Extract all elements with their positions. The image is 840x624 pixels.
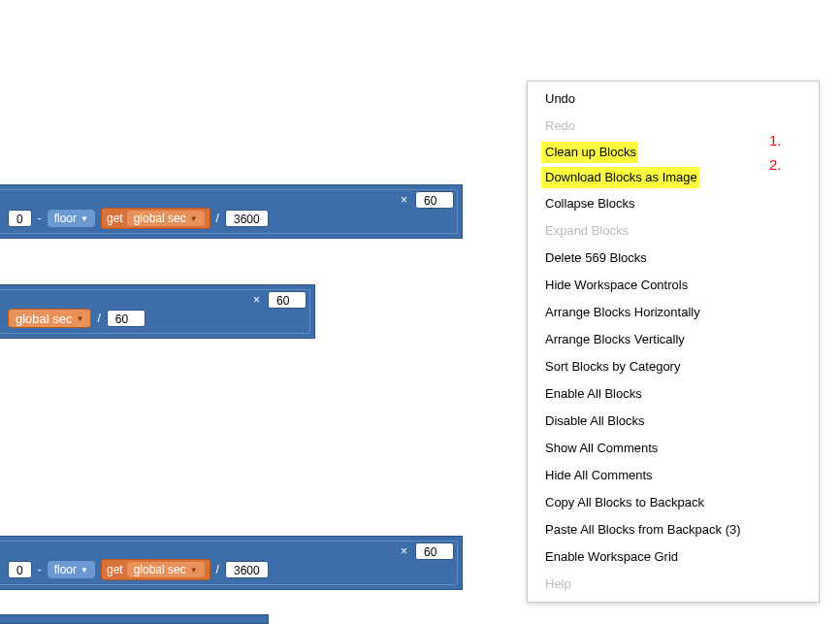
- menu-delete[interactable]: Delete 569 Blocks: [528, 245, 819, 272]
- chevron-down-icon: ▼: [190, 214, 198, 223]
- operator-divide: /: [97, 312, 100, 325]
- operator-divide: /: [216, 563, 219, 576]
- menu-disable-all[interactable]: Disable All Blocks: [528, 408, 819, 435]
- floor-dropdown[interactable]: floor ▼: [48, 561, 95, 578]
- floor-label: floor: [54, 563, 77, 576]
- menu-enable-grid[interactable]: Enable Workspace Grid: [528, 543, 819, 571]
- chevron-down-icon: ▼: [190, 566, 198, 575]
- num-input-60[interactable]: 60: [415, 542, 454, 560]
- menu-collapse[interactable]: Collapse Blocks: [528, 190, 819, 217]
- menu-undo[interactable]: Undo: [528, 85, 819, 113]
- operator-divide: /: [216, 212, 219, 225]
- menu-sort-category[interactable]: Sort Blocks by Category: [528, 353, 819, 380]
- menu-help: Help: [528, 571, 819, 598]
- block-row-1[interactable]: × 60 0 - floor ▼ get global sec ▼ / 3600: [0, 184, 463, 241]
- menu-expand: Expand Blocks: [528, 217, 819, 245]
- variable-label: global sec: [16, 312, 73, 326]
- num-input-60b[interactable]: 60: [107, 310, 145, 327]
- variable-dropdown[interactable]: global sec ▼: [127, 211, 205, 226]
- num-input-left[interactable]: 0: [8, 561, 32, 578]
- num-input-60[interactable]: 60: [415, 191, 454, 209]
- menu-hide-comments[interactable]: Hide All Comments: [528, 462, 819, 489]
- chevron-down-icon: ▼: [81, 214, 88, 223]
- operator-multiply: ×: [253, 293, 260, 307]
- variable-label: global sec: [134, 212, 186, 225]
- num-input-60[interactable]: 60: [268, 291, 307, 309]
- multiply-group: × 60: [253, 289, 307, 311]
- floor-dropdown[interactable]: floor ▼: [48, 210, 95, 227]
- get-block[interactable]: get global sec ▼: [101, 208, 210, 229]
- chevron-down-icon: ▼: [81, 566, 88, 575]
- menu-arrange-vertical[interactable]: Arrange Blocks Vertically: [528, 326, 819, 353]
- menu-enable-all[interactable]: Enable All Blocks: [528, 380, 819, 408]
- variable-dropdown[interactable]: global sec ▼: [127, 562, 205, 577]
- get-label: get: [107, 212, 123, 225]
- annotation-1: 1.: [769, 132, 782, 148]
- operator-minus: -: [38, 212, 42, 225]
- block-row-4[interactable]: [0, 614, 269, 624]
- menu-cleanup-label: Clean up Blocks: [541, 142, 638, 163]
- num-input-3600[interactable]: 3600: [225, 561, 269, 578]
- multiply-group: × 60: [401, 189, 454, 211]
- num-input-3600[interactable]: 3600: [225, 210, 269, 227]
- operator-multiply: ×: [401, 193, 407, 207]
- get-label: get: [107, 563, 123, 576]
- variable-dropdown[interactable]: global sec ▼: [8, 309, 91, 328]
- menu-copy-backpack[interactable]: Copy All Blocks to Backpack: [528, 489, 819, 516]
- block-row-2[interactable]: × 60 global sec ▼ / 60: [0, 284, 315, 341]
- num-input-left[interactable]: 0: [8, 210, 32, 227]
- chevron-down-icon: ▼: [77, 314, 84, 323]
- menu-hide-controls[interactable]: Hide Workspace Controls: [528, 272, 819, 299]
- get-block[interactable]: get global sec ▼: [101, 559, 210, 580]
- menu-download-label: Download Blocks as Image: [541, 167, 699, 188]
- operator-minus: -: [38, 563, 42, 576]
- operator-multiply: ×: [401, 544, 407, 558]
- annotation-2: 2.: [769, 156, 782, 173]
- variable-label: global sec: [134, 563, 186, 576]
- floor-label: floor: [54, 212, 77, 225]
- multiply-group: × 60: [401, 541, 454, 562]
- menu-show-comments[interactable]: Show All Comments: [528, 435, 819, 462]
- block-row-3[interactable]: × 60 0 - floor ▼ get global sec ▼ / 3600: [0, 536, 463, 592]
- menu-arrange-horizontal[interactable]: Arrange Blocks Horizontally: [528, 299, 819, 326]
- menu-paste-backpack[interactable]: Paste All Blocks from Backpack (3): [528, 516, 819, 543]
